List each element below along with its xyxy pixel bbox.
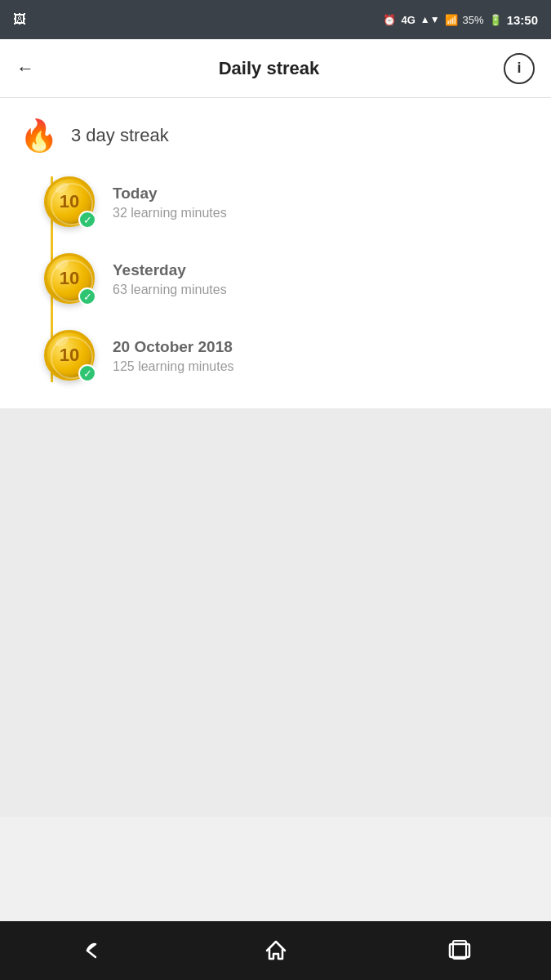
gray-area	[0, 408, 551, 817]
bottom-home-button[interactable]	[251, 926, 300, 975]
item-minutes-yesterday: 63 learning minutes	[113, 283, 227, 297]
info-button[interactable]: i	[504, 53, 535, 84]
status-bar-left: 🖼	[13, 12, 26, 27]
status-bar-right: ⏰ 4G ▲▼ 📶 35% 🔋 13:50	[383, 13, 538, 27]
bottom-bar	[0, 921, 551, 980]
item-minutes-today: 32 learning minutes	[113, 206, 227, 220]
coin-wrapper-oct20: 10 ✓	[44, 330, 96, 382]
timeline: 10 ✓ Today 32 learning minutes 10 ✓ Yest…	[20, 176, 531, 382]
battery-label: 35%	[463, 14, 484, 26]
check-badge-yesterday: ✓	[78, 287, 96, 305]
back-button[interactable]: ←	[16, 58, 34, 79]
alarm-icon: ⏰	[383, 14, 396, 26]
item-day-today: Today	[113, 185, 227, 203]
battery-icon: 🔋	[489, 14, 502, 26]
photo-icon: 🖼	[13, 12, 26, 27]
timeline-item-yesterday: 10 ✓ Yesterday 63 learning minutes	[44, 253, 531, 305]
home-icon	[263, 938, 289, 964]
item-day-oct20: 20 October 2018	[113, 338, 234, 356]
signal-icon: ▲▼	[420, 14, 440, 25]
page-title: Daily streak	[219, 58, 320, 79]
recent-apps-icon	[447, 938, 473, 964]
item-text-today: Today 32 learning minutes	[113, 176, 227, 220]
nav-bar: ← Daily streak i	[0, 39, 551, 98]
timeline-item-oct20: 10 ✓ 20 October 2018 125 learning minute…	[44, 330, 531, 382]
item-text-oct20: 20 October 2018 125 learning minutes	[113, 330, 234, 374]
main-content: 🔥 3 day streak 10 ✓ Today 32 learning mi…	[0, 98, 551, 408]
timeline-item-today: 10 ✓ Today 32 learning minutes	[44, 176, 531, 229]
back-icon	[79, 938, 105, 964]
time-label: 13:50	[507, 13, 538, 27]
streak-count-label: 3 day streak	[71, 125, 169, 146]
network-label: 4G	[401, 14, 415, 26]
item-minutes-oct20: 125 learning minutes	[113, 359, 234, 374]
coin-wrapper-today: 10 ✓	[44, 176, 96, 229]
item-day-yesterday: Yesterday	[113, 261, 227, 279]
check-badge-today: ✓	[78, 211, 96, 229]
bottom-back-button[interactable]	[68, 926, 117, 975]
item-text-yesterday: Yesterday 63 learning minutes	[113, 253, 227, 297]
streak-header: 🔥 3 day streak	[20, 118, 531, 154]
flame-icon: 🔥	[20, 118, 58, 154]
signal-bars: 📶	[445, 14, 458, 26]
bottom-recent-button[interactable]	[435, 926, 484, 975]
check-badge-oct20: ✓	[78, 364, 96, 382]
coin-wrapper-yesterday: 10 ✓	[44, 253, 96, 305]
status-bar: 🖼 ⏰ 4G ▲▼ 📶 35% 🔋 13:50	[0, 0, 551, 39]
